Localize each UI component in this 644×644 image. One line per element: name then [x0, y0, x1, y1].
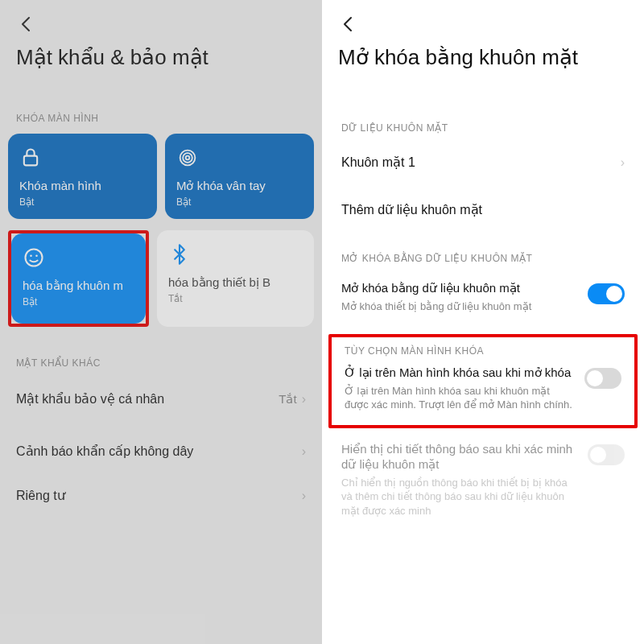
svg-point-2 — [183, 153, 192, 163]
tile-screen-lock[interactable]: Khóa màn hình Bật — [8, 134, 157, 219]
row-label: Riêng tư — [16, 488, 65, 503]
page-title: Mở khóa bằng khuôn mặt — [338, 44, 628, 71]
fingerprint-icon — [176, 147, 199, 169]
row-face-1[interactable]: Khuôn mặt 1 › — [322, 138, 644, 186]
tile-title: hóa bằng thiết bị B — [168, 275, 303, 290]
setting-show-notification-details: Hiển thị chi tiết thông báo sau khi xác … — [322, 433, 644, 526]
tile-bluetooth-unlock[interactable]: hóa bằng thiết bị B Tắt — [157, 230, 314, 327]
row-privacy[interactable]: Riêng tư › — [0, 473, 322, 518]
bluetooth-icon — [168, 243, 191, 266]
section-label-lockscreen-options: TÙY CHỌN MÀN HÌNH KHÓA — [345, 345, 621, 357]
setting-title: Hiển thị chi tiết thông báo sau khi xác … — [341, 441, 576, 473]
svg-rect-0 — [24, 156, 37, 166]
row-status: Tắt — [279, 392, 296, 407]
setting-desc: Ở lại trên Màn hình khóa sau khi khuôn m… — [345, 384, 573, 412]
chevron-right-icon: › — [302, 444, 306, 459]
back-button[interactable] — [16, 14, 39, 37]
row-add-face-data[interactable]: Thêm dữ liệu khuôn mặt — [322, 186, 644, 233]
tile-fingerprint-unlock[interactable]: Mở khóa vân tay Bật — [165, 134, 314, 219]
highlight-face-unlock: hóa bằng khuôn m Bật — [8, 230, 149, 327]
tile-row-2: hóa bằng khuôn m Bật hóa bằng thiết bị B… — [0, 230, 322, 327]
section-label-unlock-facedata: MỞ KHÓA BẰNG DỮ LIỆU KHUÔN MẶT — [341, 253, 644, 264]
setting-desc: Chỉ hiển thị nguồn thông báo khi thiết b… — [341, 476, 576, 518]
section-label-other-pw: MẬT KHẨU KHÁC — [16, 357, 322, 369]
chevron-right-icon: › — [302, 392, 306, 407]
face-icon — [23, 246, 45, 269]
tile-status: Bật — [19, 196, 146, 208]
tile-row-1: Khóa màn hình Bật Mở khóa vân tay Bật — [0, 134, 322, 219]
tile-title: Mở khóa vân tay — [176, 179, 303, 193]
highlight-lock-options: TÙY CHỌN MÀN HÌNH KHÓA Ở lại trên Màn hì… — [328, 334, 638, 428]
setting-unlock-with-face: Mở khóa bằng dữ liệu khuôn mặt Mở khóa t… — [322, 269, 644, 324]
screen-password-security: Mật khẩu & bảo mật KHÓA MÀN HÌNH Khóa mà… — [0, 0, 322, 644]
row-label: Khuôn mặt 1 — [341, 155, 415, 170]
section-label-facedata: DỮ LIỆU KHUÔN MẶT — [341, 122, 644, 134]
setting-title: Mở khóa bằng dữ liệu khuôn mặt — [341, 280, 576, 296]
lock-icon — [19, 147, 42, 169]
svg-point-5 — [30, 254, 32, 257]
back-button[interactable] — [338, 14, 361, 37]
page-title: Mật khẩu & bảo mật — [16, 44, 306, 71]
chevron-right-icon: › — [302, 489, 306, 503]
svg-point-3 — [186, 156, 190, 160]
svg-point-6 — [35, 254, 38, 257]
setting-stay-on-lockscreen: Ở lại trên Màn hình khóa sau khi mở khóa… — [345, 357, 621, 412]
setting-title: Ở lại trên Màn hình khóa sau khi mở khóa — [345, 365, 573, 381]
row-label: Mật khẩu bảo vệ cá nhân — [16, 391, 164, 407]
tile-status: Bật — [176, 196, 303, 208]
tile-status: Bật — [23, 296, 134, 308]
row-label: Cảnh báo khẩn cấp không dây — [16, 444, 193, 459]
toggle-show-notification-details — [588, 444, 625, 465]
row-emergency-alerts[interactable]: Cảnh báo khẩn cấp không dây › — [0, 429, 322, 473]
tile-face-unlock[interactable]: hóa bằng khuôn m Bật — [11, 233, 146, 324]
toggle-stay-on-lockscreen[interactable] — [584, 368, 621, 389]
chevron-right-icon: › — [621, 155, 625, 170]
tile-title: hóa bằng khuôn m — [23, 279, 134, 293]
row-label: Thêm dữ liệu khuôn mặt — [341, 202, 482, 217]
screen-face-unlock: Mở khóa bằng khuôn mặt DỮ LIỆU KHUÔN MẶT… — [322, 0, 644, 644]
tile-status: Tắt — [168, 293, 303, 304]
section-label-lockscreen: KHÓA MÀN HÌNH — [16, 113, 322, 124]
tile-title: Khóa màn hình — [19, 179, 146, 193]
setting-desc: Mở khóa thiết bị bằng dữ liệu khuôn mặt — [341, 299, 576, 314]
svg-point-4 — [26, 250, 43, 266]
row-privacy-password[interactable]: Mật khẩu bảo vệ cá nhân Tắt › — [0, 377, 322, 421]
toggle-unlock-with-face[interactable] — [588, 283, 625, 304]
